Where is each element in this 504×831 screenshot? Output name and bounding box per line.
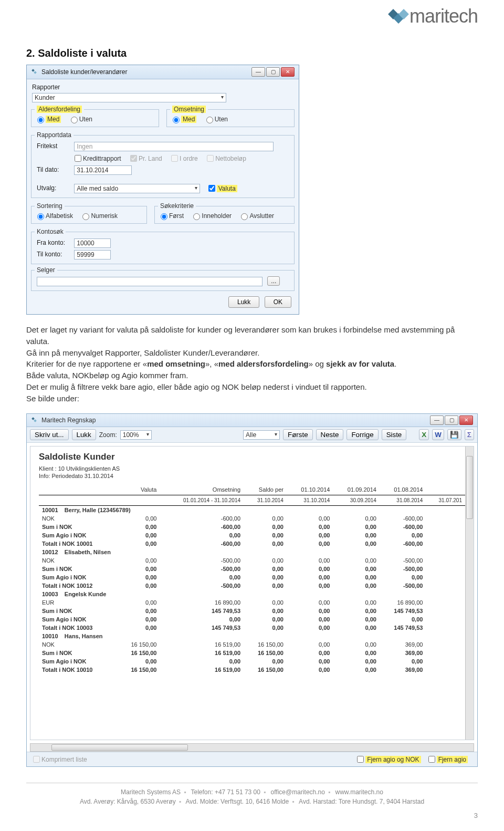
komprimer-check: Komprimert liste	[31, 754, 87, 764]
tb-zoom-dropdown[interactable]: 100%	[120, 430, 152, 440]
sort-alfabetisk-radio[interactable]: Alfabetisk	[35, 212, 73, 220]
tb-forrige-button[interactable]: Forrige	[346, 429, 378, 440]
app-icon	[31, 68, 38, 76]
fritekst-input[interactable]: Ingen	[74, 142, 274, 151]
close-button[interactable]: ✕	[281, 67, 295, 77]
save-icon: 💾	[450, 431, 459, 439]
report-window: Maritech Regnskap — ▢ ✕ Skriv ut... Lukk…	[26, 413, 478, 767]
selger-fieldset: Selger ...	[31, 266, 295, 291]
body-text: Det er laget ny variant for valuta på sa…	[26, 324, 478, 404]
i-ordre-check: I ordre	[169, 153, 198, 163]
report-title: Maritech Regnskap	[41, 417, 430, 424]
kunder-dropdown[interactable]: Kunder	[32, 93, 226, 102]
svg-rect-0	[32, 69, 35, 72]
tb-sum-button[interactable]: Σ	[465, 429, 474, 440]
page-number: 3	[26, 812, 478, 819]
sok-avslutter-radio[interactable]: Avslutter	[238, 212, 274, 220]
utvalg-dropdown[interactable]: Alle med saldo	[74, 184, 200, 193]
horizontal-scrollbar[interactable]	[30, 743, 474, 752]
report-klient: Klient : 10 Utviklingsklienten AS	[39, 465, 465, 472]
nettobelop-check: Nettobeløp	[205, 153, 246, 163]
word-icon: W	[435, 431, 442, 439]
oms-uten-radio[interactable]: Uten	[204, 115, 228, 123]
rpt-close-button[interactable]: ✕	[459, 416, 473, 425]
aldersfordeling-legend: Aldersfordeling	[37, 106, 82, 113]
fjern-agio-check[interactable]: Fjern agio	[426, 754, 468, 764]
report-heading: Saldoliste Kunder	[39, 452, 465, 462]
svg-rect-3	[34, 419, 37, 422]
oms-med-radio[interactable]: Med	[170, 115, 196, 123]
report-info: Info: Periodedato 31.10.2014	[39, 473, 465, 479]
maximize-button[interactable]: ▢	[266, 67, 280, 77]
tb-lukk-button[interactable]: Lukk	[72, 429, 96, 440]
lukk-button[interactable]: Lukk	[228, 296, 259, 308]
vertical-scrollbar[interactable]	[465, 446, 474, 740]
omsetning-legend: Omsetning	[172, 106, 206, 113]
sok-forst-radio[interactable]: Først	[158, 212, 184, 220]
brand-logo: maritech	[390, 5, 478, 27]
selger-legend: Selger	[35, 266, 57, 274]
omsetning-fieldset: Omsetning Med Uten	[166, 106, 295, 127]
ok-button[interactable]: OK	[265, 296, 291, 308]
tb-zoom-label: Zoom:	[99, 431, 117, 439]
kontosok-legend: Kontosøk	[35, 228, 66, 235]
fra-konto-input[interactable]: 10000	[74, 238, 111, 248]
saldoliste-dialog: Saldoliste kunder/leverandører — ▢ ✕ Rap…	[26, 65, 299, 315]
pr-land-check: Pr. Land	[128, 153, 162, 163]
fritekst-label: Fritekst	[37, 142, 72, 150]
rapportdata-legend: Rapportdata	[35, 131, 74, 139]
til-konto-input[interactable]: 59999	[74, 250, 111, 259]
tb-word-button[interactable]: W	[432, 429, 444, 440]
valuta-check[interactable]: Valuta	[206, 183, 237, 193]
page-footer: Maritech Systems AS▪ Telefon: +47 71 51 …	[26, 783, 478, 806]
til-konto-label: Til konto:	[37, 251, 72, 258]
rapportdata-fieldset: Rapportdata Fritekst Ingen Kredittrappor…	[31, 131, 295, 198]
excel-icon: X	[422, 431, 426, 439]
tb-save-button[interactable]: 💾	[447, 429, 461, 440]
report-table: ValutaOmsetningSaldo per01.10.201401.09.…	[39, 484, 465, 674]
svg-rect-1	[34, 71, 37, 74]
tb-skrivut-button[interactable]: Skriv ut...	[30, 429, 69, 440]
dialog-title: Saldoliste kunder/leverandører	[41, 68, 251, 76]
selger-browse-button[interactable]: ...	[267, 276, 280, 286]
tb-excel-button[interactable]: X	[419, 429, 429, 440]
til-dato-input[interactable]: 31.10.2014	[74, 165, 132, 175]
report-titlebar[interactable]: Maritech Regnskap — ▢ ✕	[27, 414, 477, 427]
aldersfordeling-fieldset: Aldersfordeling Med Uten	[31, 106, 159, 127]
sigma-icon: Σ	[467, 431, 471, 439]
kontosok-fieldset: Kontosøk Fra konto: 10000 Til konto: 599…	[31, 228, 295, 264]
tb-alle-dropdown[interactable]: Alle	[243, 430, 280, 440]
fjern-agio-nok-check[interactable]: Fjern agio og NOK	[355, 754, 421, 764]
menu-rapporter[interactable]: Rapporter	[30, 82, 296, 92]
fra-konto-label: Fra konto:	[37, 239, 72, 246]
tb-forste-button[interactable]: Første	[283, 429, 313, 440]
section-heading: 2. Saldoliste i valuta	[26, 47, 478, 59]
rpt-maximize-button[interactable]: ▢	[445, 416, 458, 425]
rpt-minimize-button[interactable]: —	[430, 416, 444, 425]
tb-siste-button[interactable]: Siste	[382, 429, 407, 440]
alders-med-radio[interactable]: Med	[35, 115, 61, 123]
svg-rect-2	[32, 417, 35, 420]
selger-input[interactable]	[37, 277, 262, 286]
sortering-fieldset: Sortering Alfabetisk Numerisk	[31, 202, 147, 224]
report-page: Saldoliste Kunder Klient : 10 Utviklings…	[30, 446, 474, 740]
dialog-titlebar[interactable]: Saldoliste kunder/leverandører — ▢ ✕	[27, 65, 299, 79]
sokekriterie-legend: Søkekriterie	[158, 202, 196, 210]
sortering-legend: Sortering	[35, 202, 65, 210]
logo-text: maritech	[410, 5, 478, 27]
alders-uten-radio[interactable]: Uten	[68, 115, 92, 123]
report-toolbar: Skriv ut... Lukk Zoom: 100% Alle Første …	[27, 427, 477, 443]
sok-inneholder-radio[interactable]: Inneholder	[191, 212, 232, 220]
utvalg-label: Utvalg:	[37, 184, 72, 192]
sort-numerisk-radio[interactable]: Numerisk	[80, 212, 118, 220]
app-icon	[31, 417, 38, 424]
sokekriterie-fieldset: Søkekriterie Først Inneholder Avslutter	[154, 202, 295, 224]
tb-neste-button[interactable]: Neste	[316, 429, 344, 440]
minimize-button[interactable]: —	[251, 67, 265, 77]
kredittrapport-check[interactable]: Kredittrapport	[72, 153, 121, 163]
logo-mark-icon	[390, 11, 406, 22]
til-dato-label: Til dato:	[37, 166, 72, 173]
